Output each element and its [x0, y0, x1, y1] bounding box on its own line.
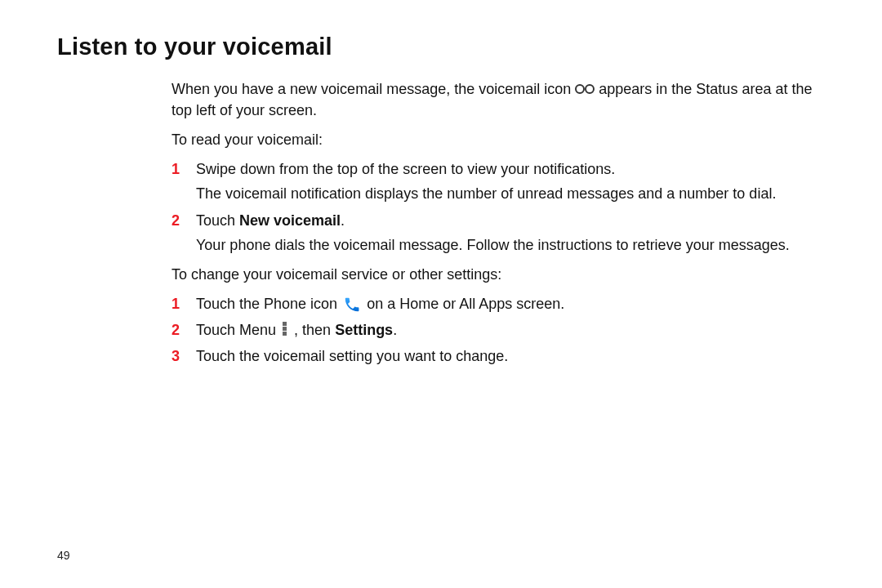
overflow-menu-icon — [282, 322, 288, 336]
step-text-mid: , then — [294, 322, 335, 338]
change-voicemail-steps: 1 Touch the Phone icon — [172, 293, 825, 367]
read-voicemail-lead: To read your voicemail: — [172, 129, 825, 150]
step-subtext: Your phone dials the voicemail message. … — [196, 234, 825, 256]
change-voicemail-lead: To change your voicemail service or othe… — [172, 264, 825, 285]
step-subtext: The voicemail notification displays the … — [196, 183, 825, 204]
step-text-before: Touch Menu — [196, 322, 280, 338]
step-text-bold: New voicemail — [239, 212, 341, 229]
phone-icon — [343, 296, 361, 314]
page-title: Listen to your voicemail — [57, 29, 825, 64]
step-text-suffix: . — [393, 322, 397, 338]
intro-paragraph: When you have a new voicemail message, t… — [172, 78, 825, 121]
intro-text-before: When you have a new voicemail message, t… — [172, 81, 575, 97]
step-text-after: on a Home or All Apps screen. — [367, 296, 564, 312]
step-number: 1 — [172, 158, 196, 180]
read-voicemail-steps: 1 Swipe down from the top of the screen … — [172, 158, 825, 255]
step-text-bold: Settings — [335, 322, 393, 338]
step-text-before: Touch the Phone icon — [196, 296, 341, 312]
step-number: 2 — [172, 319, 196, 341]
step-text: Touch the voicemail setting you want to … — [196, 348, 508, 364]
step-number: 1 — [172, 293, 196, 314]
step-text: Swipe down from the top of the screen to… — [196, 161, 615, 177]
page-number: 49 — [57, 547, 70, 564]
step-number: 2 — [172, 210, 196, 231]
step-text-prefix: Touch — [196, 212, 239, 229]
step-number: 3 — [172, 345, 196, 367]
voicemail-icon — [575, 84, 595, 96]
step-text-suffix: . — [341, 212, 345, 229]
